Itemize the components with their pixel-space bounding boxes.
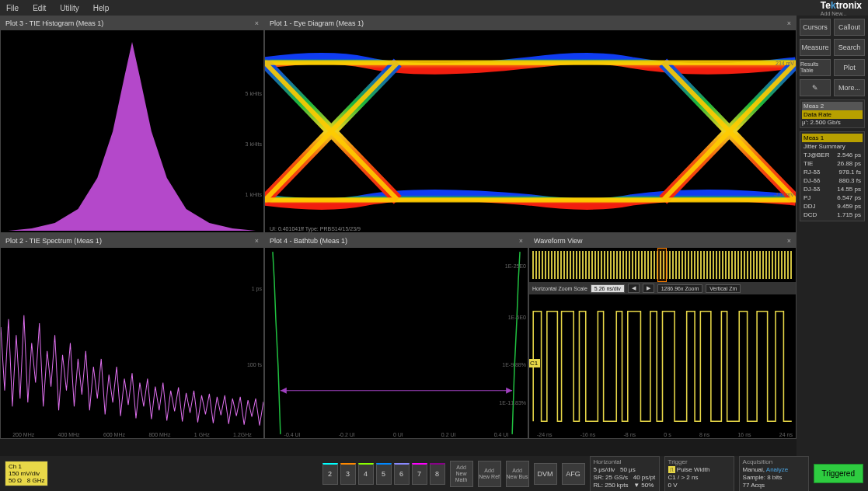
meas-header: Meas 1 (802, 134, 863, 142)
afg-button[interactable]: AFG (562, 463, 585, 485)
panel-eye-diagram: Plot 1 - Eye Diagram (Meas 1) × (264, 16, 797, 233)
zoom-window-handle[interactable] (657, 248, 667, 282)
panel-bathtub: Plot 4 - Bathtub (Meas 1) × 1E-25E0 1E-5… (264, 233, 528, 439)
ytick: 5 kHits (246, 91, 262, 96)
add-math-button[interactable]: Add New Math (450, 461, 473, 487)
xtick: 600 MHz (103, 432, 125, 437)
xtick: -16 ns (580, 432, 595, 437)
menu-file[interactable]: File (6, 4, 19, 12)
ytick: 3 kHits (246, 141, 262, 147)
ytick: -234 mV (774, 192, 794, 197)
results-table-button[interactable]: Results Table (800, 59, 831, 76)
trigger-settings[interactable]: Trigger ⎍ Pulse Width C1 / > 2 ns 0 V (664, 456, 734, 492)
horizontal-settings[interactable]: Horizontal 5 μs/div 50 μs SR: 25 GS/s 40… (590, 456, 660, 492)
xtick: -0.2 UI (339, 432, 355, 437)
ytick: 100 fs (247, 362, 262, 367)
panel-title: Waveform View (534, 237, 583, 245)
waveform-scale-bar: Horizontal Zoom Scale 5.26 ns/div ◀ ▶ 12… (529, 282, 796, 294)
add-ref-button[interactable]: Add New Ref (478, 461, 501, 487)
waveform-zoom-plot[interactable]: C1 -24 ns -16 ns -8 ns 0 s 8 ns 16 ns 24… (529, 294, 796, 438)
zoom-1x-button[interactable]: ▶ (643, 284, 654, 293)
ytick: 1E-25E0 (505, 263, 526, 269)
channel-7-button[interactable]: 7 (412, 463, 427, 485)
xtick: -8 ns (623, 432, 636, 437)
xtick: 1.2GHz (233, 432, 252, 437)
meas2-badge[interactable]: Meas 2 Data Rate μ': 2.500 Gb/s (800, 99, 865, 128)
add-bus-button[interactable]: Add New Bus (506, 461, 529, 487)
menu-help[interactable]: Help (93, 4, 110, 12)
search-button[interactable]: Search (834, 39, 865, 56)
channel-4-button[interactable]: 4 (358, 463, 374, 485)
ytick: 1E-5E0 (508, 315, 526, 320)
xtick: 0.4 UI (494, 432, 509, 437)
ytick: 234 mV (776, 61, 794, 66)
ytick: 1E-11.83% (499, 400, 526, 406)
close-icon[interactable]: × (255, 19, 259, 27)
meas-row: RJ-δδ978.1 fs (802, 168, 863, 176)
brand-logo: Tektronix Add New... (821, 0, 862, 16)
panel-spectrum: Plot 2 - TIE Spectrum (Meas 1) × 1 ps 10… (0, 233, 264, 439)
xtick: 16 ns (737, 432, 751, 437)
xtick: 1 GHz (194, 432, 210, 437)
channel-badge[interactable]: C1 (529, 359, 540, 367)
plot-button[interactable]: Plot (834, 59, 865, 76)
vertical-zoom[interactable]: Vertical Zm (706, 284, 741, 293)
xtick: -24 ns (537, 432, 552, 437)
scale-label: Horizontal Zoom Scale (532, 286, 587, 291)
eye-footer: UI: 0.401041ff Type: PRBS14/15/23/9 (270, 226, 361, 232)
cursors-button[interactable]: Cursors (800, 19, 831, 36)
more-button[interactable]: More... (834, 79, 865, 96)
waveform-overview[interactable] (529, 248, 796, 282)
right-sidebar: Cursors Callout Measure Search Results T… (797, 16, 868, 456)
scale-value[interactable]: 5.26 ns/div (591, 284, 625, 293)
xtick: 800 MHz (148, 432, 170, 437)
zoom-1x-button[interactable]: ◀ (628, 284, 640, 293)
meas1-badge[interactable]: Meas 1 Jitter Summary TJ@BER2.546 psTIE2… (800, 131, 865, 221)
channel-5-button[interactable]: 5 (376, 463, 392, 485)
histogram-plot[interactable]: 5 kHits 3 kHits 1 kHits (1, 30, 263, 232)
panel-title: Plot 2 - TIE Spectrum (Meas 1) (5, 237, 102, 245)
channel-1-badge[interactable]: Ch 1 150 mV/div 50 Ω 8 GHz (5, 461, 48, 486)
close-icon[interactable]: × (787, 237, 791, 245)
xtick: -0.4 UI (284, 432, 301, 437)
panel-title: Plot 1 - Eye Diagram (Meas 1) (270, 19, 364, 27)
eye-diagram-plot[interactable]: 234 mV -234 mV UI: 0.401041ff Type: PRBS… (265, 30, 796, 232)
close-icon[interactable]: × (519, 237, 523, 245)
panel-histogram: Plot 3 - TIE Histogram (Meas 1) × 5 kHit… (0, 16, 264, 233)
meas-value: μ': 2.500 Gb/s (802, 119, 863, 126)
triggered-button[interactable]: Triggered (814, 464, 863, 483)
bathtub-plot[interactable]: 1E-25E0 1E-5E0 1E-9.88% 1E-11.83% -0.4 U… (265, 248, 528, 438)
close-icon[interactable]: × (787, 19, 791, 27)
panel-waveform-view: Waveform View × Horizontal Zoom Scale 5.… (528, 233, 797, 439)
meas-row: TIE26.88 ps (802, 159, 863, 168)
meas-header: Meas 2 (802, 102, 863, 110)
meas-label: Data Rate (802, 110, 863, 119)
channel-3-button[interactable]: 3 (340, 463, 356, 485)
spectrum-plot[interactable]: 1 ps 100 fs 200 MHz 400 MHz 600 MHz 800 … (1, 248, 263, 438)
xtick: 0 s (664, 432, 671, 437)
zoom-factor[interactable]: 1286.96x Zoom (657, 284, 703, 293)
meas-row: PJ6.547 ps (802, 193, 863, 202)
channel-8-button[interactable]: 8 (430, 463, 445, 485)
ytick: 1 ps (252, 286, 262, 291)
draw-icon[interactable]: ✎ (800, 79, 831, 96)
acquisition-settings[interactable]: Acquisition Manual, Analyze Sample: 8 bi… (739, 456, 809, 492)
svg-marker-1 (281, 388, 287, 394)
channel-2-button[interactable]: 2 (322, 463, 338, 485)
measure-button[interactable]: Measure (800, 39, 831, 56)
menu-bar: File Edit Utility Help Tektronix Add New… (0, 0, 868, 16)
dvm-button[interactable]: DVM (534, 463, 557, 485)
menu-utility[interactable]: Utility (60, 4, 78, 12)
meas-subheader: Jitter Summary (802, 142, 863, 151)
xtick: 200 MHz (12, 432, 34, 437)
xtick: 8 ns (699, 432, 709, 437)
channel-6-button[interactable]: 6 (394, 463, 410, 485)
meas-row: TJ@BER2.546 ps (802, 151, 863, 159)
meas-row: DJ-δδ880.3 fs (802, 176, 863, 185)
callout-button[interactable]: Callout (834, 19, 865, 36)
xtick: 0 UI (393, 432, 403, 437)
close-icon[interactable]: × (255, 237, 259, 245)
menu-edit[interactable]: Edit (33, 4, 46, 12)
ytick: 1 kHits (246, 192, 262, 197)
bottom-bar: Ch 1 150 mV/div 50 Ω 8 GHz 2345678 Add N… (0, 456, 868, 491)
